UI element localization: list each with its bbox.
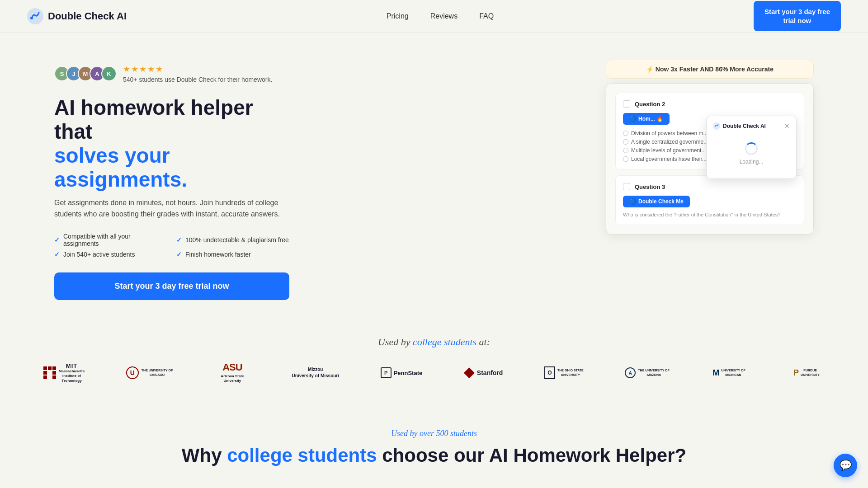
used-by-section: Used by college students at: MIT [0,318,868,402]
svg-point-2 [713,122,720,130]
feature-text-3: Join 540+ active students [63,251,135,258]
uni-mit: MIT MassachusettsInstitute ofTechnology [43,362,85,383]
question-3-title: Question 3 [635,183,665,190]
loading-text: Loading... [740,159,764,165]
uni-michigan: M UNIVERSITY OFMICHIGAN [711,368,747,378]
uni-chicago: U THE UNIVERSITY OFCHICAGO [126,366,173,379]
used-by-prefix: Used by [378,336,410,347]
hero-cta-button[interactable]: Start your 3 day free trial now [54,272,289,300]
check-icon-2: ✓ [176,236,182,244]
uni-stanford: Stanford [464,367,503,378]
uni-mizzou: MizzouUniversity of Missouri [292,366,339,379]
svg-point-1 [30,17,33,19]
radio-2[interactable] [623,139,628,145]
question-3-header: Question 3 [623,183,797,190]
pennstate-name: PennState [394,370,423,376]
radio-3[interactable] [623,148,628,153]
uni-asu: ASU Arizona StateUniversity [214,362,250,384]
nav-logo[interactable]: Double Check AI [27,8,127,24]
ai-popup: Double Check AI ✕ Loading... [706,116,797,179]
popup-close-button[interactable]: ✕ [784,122,790,130]
feature-text-2: 100% undetectable & plagiarism free [185,236,289,244]
hero-left: S J M A K ★★★★★ 540+ students use Double… [54,60,289,300]
loading-spinner [745,142,758,155]
question-2-header: Question 2 [623,100,797,108]
stanford-name: Stanford [477,369,503,376]
why-title-suffix: choose our AI Homework Helper? [382,445,686,466]
chat-icon: 💬 [840,460,852,471]
arizona-name: THE UNIVERSITY OFARIZONA [638,368,670,377]
feature-text-1: Compatible with all your assignments [63,233,167,247]
avatar-5: K [101,66,117,81]
check-icon-3: ✓ [54,251,60,258]
option-1-text: Division of powers between m... [631,130,708,136]
navbar: Double Check AI Pricing Reviews FAQ Star… [0,0,868,33]
used-by-suffix: at: [479,336,490,347]
check-icon-1: ✓ [54,236,60,244]
demo-inner: Question 2 🔵 Hom... 🔥 Division of powers… [606,84,813,234]
hero-title: AI homework helper that solves your assi… [54,96,289,192]
why-label: Used by over 500 students [54,429,814,438]
avatar-group: S J M A K [54,66,117,81]
nav-cta-button[interactable]: Start your 3 day freetrial now [754,1,841,31]
popup-title: Double Check AI [713,122,766,130]
social-proof-text-block: ★★★★★ 540+ students use Double Check for… [123,64,272,83]
question-3-checkbox[interactable] [623,183,630,190]
why-section: Used by over 500 students Why college st… [0,402,868,484]
question-3-button[interactable]: 🔵 Double Check Me [623,196,690,207]
michigan-name: UNIVERSITY OFMICHIGAN [721,368,745,377]
question-2-checkbox[interactable] [623,100,630,108]
michigan-abbr: M [712,368,719,378]
pennstate-icon: P [381,367,392,378]
mizzou-name: MizzouUniversity of Missouri [292,366,339,379]
chat-button[interactable]: 💬 [834,454,857,477]
why-title-highlight: college students [227,445,377,466]
question-2-btn-label: Hom... 🔥 [638,116,663,122]
question-3-btn-label: Double Check Me [638,198,684,205]
popup-header: Double Check AI ✕ [713,122,790,130]
radio-4[interactable] [623,156,628,162]
nav-link-faq[interactable]: FAQ [479,12,494,20]
popup-logo-icon [713,122,720,130]
purdue-abbr: P [793,368,798,378]
purdue-name: PURDUEUNIVERSITY [801,368,820,377]
feature-text-4: Finish homework faster [185,251,251,258]
option-2-text: A single centralized governme... [631,139,708,145]
option-4-text: Local governments have their... [631,156,707,162]
svg-point-0 [27,8,43,24]
uni-osu: O THE OHIO STATEUNIVERSITY [544,366,584,379]
why-title: Why college students choose our AI Homew… [54,445,814,466]
hero-subtitle: Get assignments done in minutes, not hou… [54,197,289,220]
uni-purdue: P PURDUEUNIVERSITY [788,368,825,378]
hero-title-line2: solves your assignments. [54,144,187,191]
uni-arizona: A THE UNIVERSITY OFARIZONA [625,367,670,378]
demo-card: Question 2 🔵 Hom... 🔥 Division of powers… [606,83,814,235]
feature-3: ✓ Join 540+ active students [54,251,167,258]
check-icon-4: ✓ [176,251,182,258]
logo-icon [27,8,43,24]
chicago-crest: U [126,366,139,379]
question-2-button[interactable]: 🔵 Hom... 🔥 [623,113,670,125]
osu-name: THE OHIO STATEUNIVERSITY [557,368,584,377]
nav-links: Pricing Reviews FAQ [387,12,494,20]
asu-name: Arizona StateUniversity [221,374,244,384]
logo-text: Double Check AI [48,10,127,22]
social-proof: S J M A K ★★★★★ 540+ students use Double… [54,64,289,83]
uni-pennstate: P PennState [381,367,423,378]
hero-section: S J M A K ★★★★★ 540+ students use Double… [0,33,868,318]
osu-icon: O [544,366,555,379]
used-by-title: Used by college students at: [27,336,841,348]
nav-link-reviews[interactable]: Reviews [430,12,458,20]
btn-icon-2: 🔵 [629,116,636,122]
social-proof-text: 540+ students use Double Check for their… [123,76,272,83]
feature-4: ✓ Finish homework faster [176,251,289,258]
demo-banner: ⚡ Now 3x Faster AND 86% More Accurate [606,60,814,79]
popup-title-text: Double Check AI [723,123,766,129]
chicago-name: THE UNIVERSITY OFCHICAGO [142,368,173,377]
btn-icon-3: 🔵 [629,198,636,205]
nav-link-pricing[interactable]: Pricing [387,12,409,20]
radio-1[interactable] [623,131,628,136]
hero-title-line1: AI homework helper that [54,96,253,143]
feature-1: ✓ Compatible with all your assignments [54,233,167,247]
hero-right: ⚡ Now 3x Faster AND 86% More Accurate Qu… [606,60,814,235]
